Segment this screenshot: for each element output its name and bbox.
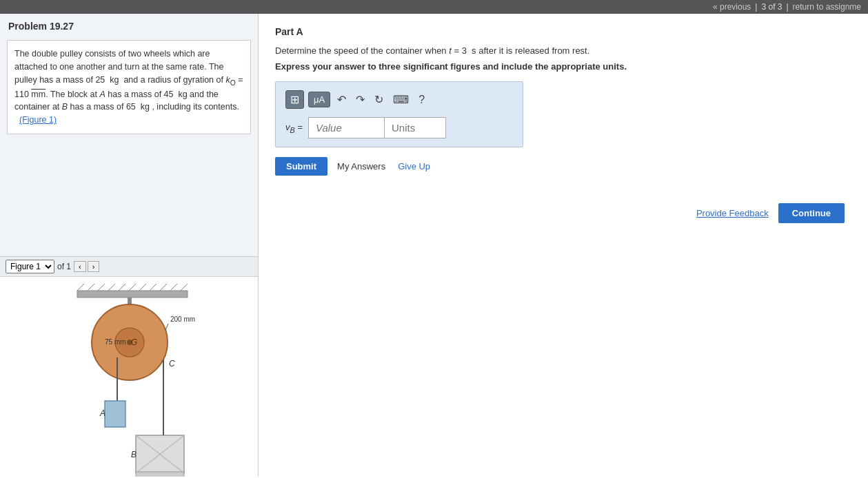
continue-button[interactable]: Continue [778, 203, 845, 223]
svg-rect-0 [77, 291, 188, 298]
svg-text:A: A [99, 408, 105, 418]
keyboard-button[interactable]: ⌨ [390, 92, 412, 107]
mu-a-button[interactable]: μA [308, 92, 330, 107]
right-panel: Part A Determine the speed of the contai… [259, 14, 868, 477]
figure-section: Figure 1 of 1 ‹ › [0, 256, 258, 477]
figure-link[interactable]: (Figure 1) [19, 115, 57, 125]
svg-line-5 [119, 284, 125, 291]
answer-row: vB = [285, 117, 513, 138]
main-layout: Problem 19.27 The double pulley consists… [0, 14, 868, 477]
svg-rect-28 [136, 472, 184, 477]
figure-prev-btn[interactable]: ‹ [74, 261, 86, 272]
part-label: Part A [275, 26, 851, 37]
nav-separator: | [755, 2, 757, 12]
instruction-text: Express your answer to three significant… [275, 61, 851, 72]
toolbar: ⊞ μA ↶ ↷ ↻ ⌨ [285, 90, 513, 109]
return-to-assignment-link[interactable]: return to assignme [793, 2, 861, 12]
svg-line-1 [77, 284, 84, 291]
svg-line-7 [139, 284, 146, 291]
svg-text:200 mm: 200 mm [170, 315, 195, 323]
submit-button[interactable]: Submit [275, 157, 327, 176]
undo-button[interactable]: ↶ [334, 92, 349, 107]
keyboard-icon: ⌨ [393, 94, 409, 105]
figure-nav-buttons: ‹ › [74, 261, 99, 272]
figure-header: Figure 1 of 1 ‹ › [0, 257, 258, 277]
bottom-right-actions: Provide Feedback Continue [275, 203, 851, 223]
svg-line-6 [129, 284, 136, 291]
svg-line-11 [181, 284, 188, 291]
undo-icon: ↶ [337, 94, 346, 105]
help-icon: ? [418, 94, 425, 105]
previous-link[interactable]: « previous [713, 2, 751, 12]
svg-text:75 mm: 75 mm [105, 338, 126, 346]
answer-box: ⊞ μA ↶ ↷ ↻ ⌨ [275, 81, 523, 147]
pagination-text: 3 of 3 [761, 2, 782, 12]
submit-row: Submit My Answers Give Up [275, 157, 851, 176]
value-input[interactable] [308, 117, 384, 138]
question-text: Determine the speed of the container whe… [275, 45, 851, 56]
my-answers-label: My Answers [337, 161, 385, 172]
svg-line-4 [108, 284, 115, 291]
give-up-link[interactable]: Give Up [398, 161, 430, 172]
grid-icon-button[interactable]: ⊞ [285, 90, 304, 109]
redo-icon: ↷ [356, 94, 365, 105]
problem-description: The double pulley consists of two wheels… [14, 49, 243, 112]
refresh-button[interactable]: ↻ [372, 92, 386, 107]
svg-line-18 [165, 324, 168, 331]
vb-label: vB = [285, 122, 303, 134]
figure-select[interactable]: Figure 1 [6, 260, 54, 273]
figure-next-btn[interactable]: › [88, 261, 100, 272]
redo-button[interactable]: ↷ [353, 92, 367, 107]
provide-feedback-link[interactable]: Provide Feedback [696, 208, 769, 218]
left-panel: Problem 19.27 The double pulley consists… [0, 14, 259, 477]
units-input[interactable] [384, 117, 446, 138]
grid-icon: ⊞ [290, 93, 299, 106]
svg-line-9 [160, 284, 167, 291]
mu-a-label: μA [314, 94, 325, 105]
figure-of-label: of 1 [57, 262, 71, 271]
svg-line-3 [98, 284, 105, 291]
svg-line-10 [170, 284, 177, 291]
svg-text:C: C [169, 359, 175, 368]
top-navigation: « previous | 3 of 3 | return to assignme [0, 0, 868, 14]
help-button[interactable]: ? [416, 92, 427, 107]
svg-line-2 [88, 284, 94, 291]
figure-canvas: G 200 mm 75 mm A C [0, 277, 258, 477]
nav-separator2: | [786, 2, 788, 12]
svg-rect-21 [105, 401, 125, 427]
refresh-icon: ↻ [374, 94, 383, 105]
svg-text:B: B [131, 450, 137, 459]
problem-text-box: The double pulley consists of two wheels… [7, 40, 251, 134]
svg-text:G: G [131, 337, 137, 347]
svg-line-8 [150, 284, 157, 291]
problem-title: Problem 19.27 [0, 14, 258, 36]
figure-svg: G 200 mm 75 mm A C [0, 277, 258, 477]
